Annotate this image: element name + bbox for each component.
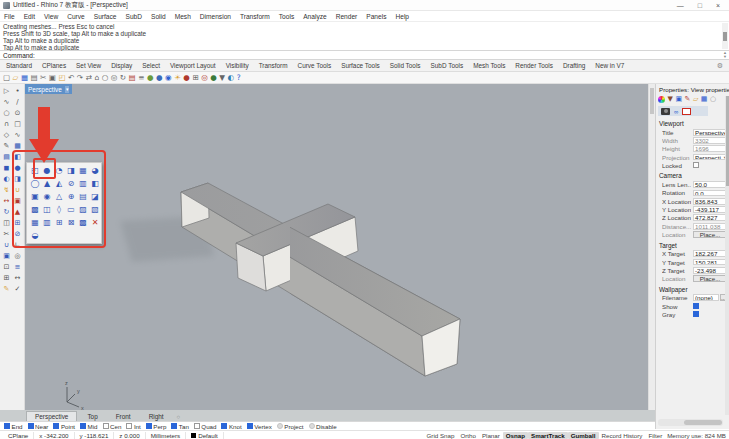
radio-icon[interactable]	[309, 423, 315, 429]
toolbar-tab-surface-tools[interactable]: Surface Tools	[341, 62, 380, 69]
menu-item-transform[interactable]: Transform	[240, 13, 270, 20]
history-scrollbar[interactable]	[722, 23, 728, 49]
value-rotation[interactable]: 0.0	[693, 190, 727, 197]
polyline-icon[interactable]: ∿	[1, 97, 12, 108]
solid-sphere-icon[interactable]: ●	[12, 163, 23, 174]
checkbox-icon[interactable]	[80, 423, 86, 429]
panel-hscroll-thumb[interactable]	[684, 420, 722, 425]
checkbox-icon[interactable]	[171, 423, 177, 429]
panel-vscroll-thumb[interactable]	[726, 96, 729, 186]
tube-icon[interactable]: ◧	[89, 178, 101, 191]
status-toggle-osnap[interactable]: Osnap	[503, 432, 528, 439]
toolbar-tab-curve-tools[interactable]: Curve Tools	[298, 62, 332, 69]
place-button[interactable]: Place...	[693, 231, 727, 238]
toolbar-tab-solid-tools[interactable]: Solid Tools	[390, 62, 421, 69]
viewport-title-chip[interactable]: Perspective ▾	[25, 84, 72, 94]
viewport-tab-right[interactable]: Right	[141, 412, 172, 421]
osnap-perp[interactable]: Perp	[146, 423, 167, 430]
osnap-project[interactable]: Project	[277, 423, 304, 430]
status-toggle-ortho[interactable]: Ortho	[457, 432, 478, 439]
dimension-icon[interactable]: ↔	[12, 273, 23, 284]
value-height[interactable]: 1696	[693, 145, 727, 152]
toolbar-tab-standard[interactable]: Standard	[6, 62, 32, 69]
pen-tab[interactable]: ✎	[685, 95, 691, 104]
cylinder-icon[interactable]: ◯	[29, 178, 41, 191]
toolbar-tab-visibility[interactable]: Visibility	[226, 62, 249, 69]
osnap-int[interactable]: Int	[126, 423, 140, 430]
osnap-knot[interactable]: Knot	[221, 423, 241, 430]
checkbox-gray[interactable]	[693, 311, 699, 317]
grid-icon[interactable]: ⊞	[192, 73, 198, 82]
sun-icon[interactable]: ☀	[174, 73, 181, 82]
link-icon[interactable]: ∞	[674, 108, 678, 115]
undo-icon[interactable]: ↶	[68, 73, 74, 82]
join-icon[interactable]: ∪	[1, 240, 12, 251]
curve-icon[interactable]: ∿	[12, 130, 23, 141]
paraboloid-icon[interactable]: ◨	[65, 165, 77, 178]
menu-item-analyze[interactable]: Analyze	[303, 13, 326, 20]
help-tab[interactable]: ○	[710, 95, 716, 104]
wirecut-icon[interactable]: ◊	[53, 204, 65, 217]
zoom-window-icon[interactable]: ◎	[111, 73, 118, 82]
value-y-location[interactable]: -439.117	[693, 206, 727, 213]
shade-icon[interactable]: ●	[156, 73, 163, 82]
save-icon[interactable]: ▦	[21, 73, 28, 82]
value-title[interactable]: Perspective	[693, 129, 727, 136]
osnap-point[interactable]: Point	[53, 423, 75, 430]
surface-icon[interactable]: ▦	[12, 141, 23, 152]
circle-center-icon[interactable]: ⊙	[12, 108, 23, 119]
box-3pt-icon[interactable]: ▦	[77, 165, 89, 178]
folder-tab[interactable]: ▱	[693, 95, 698, 104]
checkbox-icon[interactable]	[146, 423, 152, 429]
checkbox-icon[interactable]	[126, 423, 132, 429]
toolbar-tab-set-view[interactable]: Set View	[76, 62, 101, 69]
chevron-down-icon[interactable]: ▾	[65, 86, 70, 93]
filename-value[interactable]: (none)	[693, 294, 719, 301]
menu-item-subd[interactable]: SubD	[126, 13, 143, 20]
boolean-union-icon[interactable]: ⊕	[65, 191, 77, 204]
material-icon[interactable]: ●	[183, 73, 190, 82]
fillet-icon[interactable]: ∟	[12, 240, 23, 251]
status-cell-1[interactable]: x -342.200	[34, 432, 74, 439]
shell-icon[interactable]: ◫	[41, 204, 53, 217]
panel-vertical-scrollbar[interactable]	[725, 96, 729, 415]
menu-item-curve[interactable]: Curve	[67, 13, 85, 20]
panel-horizontal-scrollbar[interactable]	[658, 419, 723, 426]
extrude-surface-icon[interactable]: ◉	[41, 191, 53, 204]
trim-icon[interactable]: ✂	[1, 229, 12, 240]
value-y-target[interactable]: 150.281	[693, 259, 727, 266]
sphere-utility-icon[interactable]: ◒	[29, 230, 41, 243]
toolbar-tab-cplanes[interactable]: CPlanes	[42, 62, 66, 69]
boolean-icon[interactable]: ◐	[1, 174, 12, 185]
perspective-viewport[interactable]: Perspective ▾	[25, 84, 648, 410]
heightfield-icon[interactable]: ▧	[89, 204, 101, 217]
bend-icon[interactable]: ∪	[12, 185, 23, 196]
group-icon[interactable]: ▣	[1, 251, 12, 262]
hide-icon[interactable]: ◎	[12, 251, 23, 262]
checkbox-icon[interactable]	[53, 423, 59, 429]
move-icon[interactable]: ↔	[1, 196, 12, 207]
command-prompt[interactable]: Command: ▲▼	[0, 51, 729, 60]
toolbar-tab-render-tools[interactable]: Render Tools	[515, 62, 553, 69]
checkbox-icon[interactable]	[103, 423, 109, 429]
globe-icon[interactable]: ◐	[228, 73, 235, 82]
boolean-difference-icon[interactable]: ▤	[77, 191, 89, 204]
minimize-button[interactable]: —	[677, 2, 684, 9]
slab2-icon[interactable]: ▥	[41, 217, 53, 230]
osnap-end[interactable]: End	[4, 423, 23, 430]
status-cell-2[interactable]: y -118.621	[75, 432, 115, 439]
maximize-button[interactable]: □	[698, 2, 702, 9]
render-icon[interactable]: ◉	[165, 73, 172, 82]
loft-icon[interactable]: ▤	[1, 152, 12, 163]
select-cursor-icon[interactable]: ▷	[1, 86, 12, 97]
status-cell-3[interactable]: z 0.000	[114, 432, 145, 439]
rotate-view-icon[interactable]: ↻	[120, 73, 126, 82]
gumball-icon[interactable]: ◎	[201, 73, 208, 82]
toolbar-tab-subd-tools[interactable]: SubD Tools	[431, 62, 464, 69]
command-spinner-icon[interactable]: ▲▼	[723, 51, 727, 59]
redo-icon[interactable]: ↷	[77, 73, 83, 82]
zoom-icon[interactable]: ○	[102, 73, 109, 82]
value-z-target[interactable]: -23.498	[693, 267, 727, 274]
pipe-icon[interactable]: ⊘	[65, 178, 77, 191]
print-icon[interactable]: ▤	[30, 73, 37, 82]
